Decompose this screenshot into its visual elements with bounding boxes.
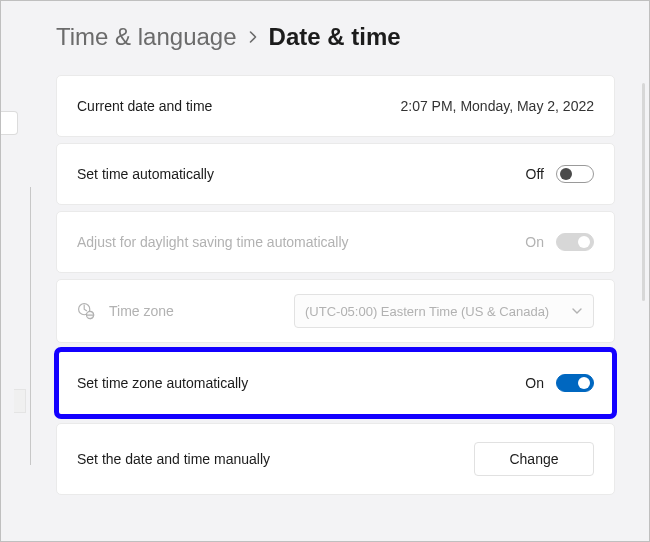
breadcrumb-current: Date & time bbox=[269, 23, 401, 51]
stray-cropped-block bbox=[14, 389, 26, 413]
daylight-saving-state: On bbox=[525, 234, 544, 250]
current-date-time-value: 2:07 PM, Monday, May 2, 2022 bbox=[400, 98, 594, 114]
breadcrumb: Time & language Date & time bbox=[56, 23, 615, 51]
set-manual-card: Set the date and time manually Change bbox=[56, 423, 615, 495]
set-time-auto-label: Set time automatically bbox=[77, 166, 214, 182]
time-zone-selected: (UTC-05:00) Eastern Time (US & Canada) bbox=[305, 304, 549, 319]
set-tz-auto-toggle[interactable] bbox=[556, 374, 594, 392]
time-zone-dropdown: (UTC-05:00) Eastern Time (US & Canada) bbox=[294, 294, 594, 328]
daylight-saving-toggle bbox=[556, 233, 594, 251]
change-button[interactable]: Change bbox=[474, 442, 594, 476]
chevron-right-icon bbox=[247, 27, 259, 48]
breadcrumb-parent[interactable]: Time & language bbox=[56, 23, 237, 51]
set-tz-auto-state: On bbox=[525, 375, 544, 391]
set-manual-label: Set the date and time manually bbox=[77, 451, 270, 467]
stray-cropped-sidebar-line bbox=[30, 187, 31, 465]
current-date-time-label: Current date and time bbox=[77, 98, 212, 114]
daylight-saving-label: Adjust for daylight saving time automati… bbox=[77, 234, 349, 250]
set-tz-auto-label: Set time zone automatically bbox=[77, 375, 248, 391]
set-time-auto-toggle[interactable] bbox=[556, 165, 594, 183]
time-zone-card: Time zone (UTC-05:00) Eastern Time (US &… bbox=[56, 279, 615, 343]
settings-page: Time & language Date & time Current date… bbox=[1, 1, 649, 509]
stray-cropped-tab bbox=[0, 111, 18, 135]
set-tz-auto-card: Set time zone automatically On bbox=[56, 349, 615, 417]
set-time-auto-card: Set time automatically Off bbox=[56, 143, 615, 205]
globe-clock-icon bbox=[77, 302, 95, 320]
chevron-down-icon bbox=[571, 305, 583, 317]
daylight-saving-card: Adjust for daylight saving time automati… bbox=[56, 211, 615, 273]
time-zone-label: Time zone bbox=[109, 303, 174, 319]
current-date-time-card: Current date and time 2:07 PM, Monday, M… bbox=[56, 75, 615, 137]
scrollbar-thumb[interactable] bbox=[642, 83, 645, 301]
settings-cards: Current date and time 2:07 PM, Monday, M… bbox=[56, 75, 615, 495]
set-time-auto-state: Off bbox=[526, 166, 544, 182]
